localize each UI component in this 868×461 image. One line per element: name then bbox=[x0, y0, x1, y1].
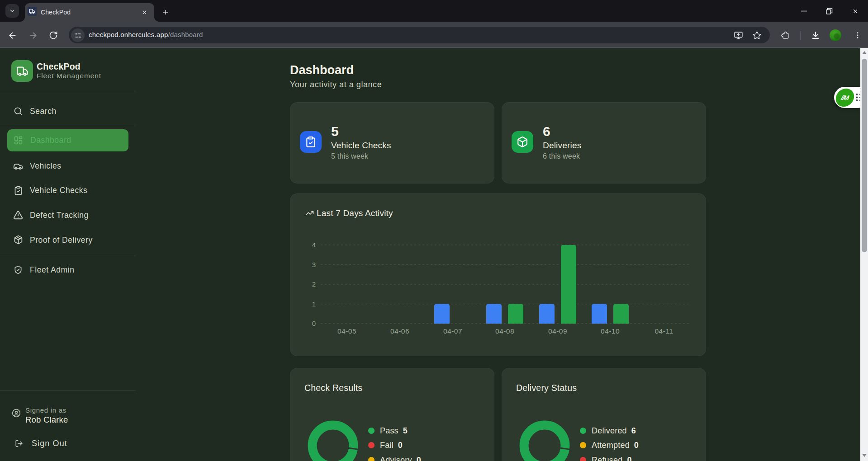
svg-text:04-10: 04-10 bbox=[601, 327, 620, 335]
svg-text:04-11: 04-11 bbox=[655, 327, 674, 335]
svg-text:2: 2 bbox=[312, 280, 316, 288]
svg-text:4: 4 bbox=[312, 241, 316, 249]
svg-text:0: 0 bbox=[312, 320, 316, 327]
svg-text:04-06: 04-06 bbox=[390, 327, 409, 335]
svg-text:04-09: 04-09 bbox=[548, 327, 567, 335]
svg-text:04-08: 04-08 bbox=[495, 327, 514, 335]
svg-text:04-07: 04-07 bbox=[443, 327, 462, 335]
svg-text:04-05: 04-05 bbox=[337, 327, 356, 335]
svg-text:3: 3 bbox=[312, 261, 316, 268]
svg-text:1: 1 bbox=[312, 300, 316, 308]
